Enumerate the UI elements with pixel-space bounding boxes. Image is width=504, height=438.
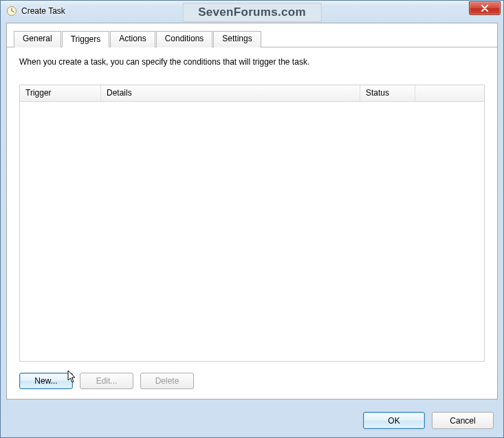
triggers-actions: New... Edit... Delete	[19, 362, 485, 389]
task-scheduler-icon	[6, 6, 17, 17]
ok-button[interactable]: OK	[363, 412, 425, 429]
content-area: General Triggers Actions Conditions Sett…	[6, 23, 498, 399]
tab-conditions[interactable]: Conditions	[156, 31, 213, 47]
tab-triggers[interactable]: Triggers	[62, 31, 110, 47]
new-button[interactable]: New...	[19, 373, 73, 389]
triggers-table[interactable]: Trigger Details Status	[19, 85, 485, 362]
edit-button: Edit...	[80, 373, 133, 389]
table-body	[20, 102, 484, 361]
panel-description: When you create a task, you can specify …	[19, 57, 485, 67]
create-task-window: Create Task SevenForums.com General Trig…	[0, 0, 504, 438]
triggers-panel: When you create a task, you can specify …	[7, 47, 497, 399]
titlebar: Create Task SevenForums.com	[1, 1, 503, 21]
tab-strip: General Triggers Actions Conditions Sett…	[7, 23, 497, 47]
column-trigger[interactable]: Trigger	[20, 85, 101, 102]
tab-settings[interactable]: Settings	[213, 31, 261, 47]
column-details[interactable]: Details	[101, 85, 360, 102]
window-title: Create Task	[21, 6, 65, 16]
table-header: Trigger Details Status	[20, 85, 484, 102]
column-status[interactable]: Status	[360, 85, 415, 102]
delete-button: Delete	[140, 373, 194, 389]
close-button[interactable]	[469, 1, 501, 15]
watermark: SevenForums.com	[182, 3, 322, 22]
tab-general[interactable]: General	[14, 31, 61, 47]
cancel-button[interactable]: Cancel	[432, 412, 494, 429]
column-spacer	[415, 85, 484, 102]
dialog-footer: OK Cancel	[1, 405, 503, 437]
tab-actions[interactable]: Actions	[110, 31, 155, 47]
